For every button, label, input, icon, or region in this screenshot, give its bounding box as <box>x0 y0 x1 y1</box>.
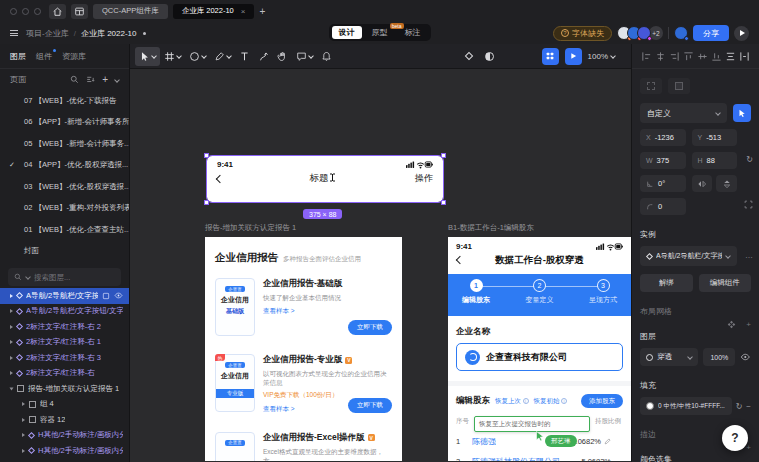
pen-tool[interactable] <box>210 47 235 66</box>
tab-components[interactable]: 组件 <box>36 51 52 62</box>
detach-style-icon[interactable] <box>736 402 743 411</box>
restore-last-link[interactable]: 恢复上次 <box>495 397 529 406</box>
eye-icon[interactable] <box>114 292 123 299</box>
flip-horizontal-button[interactable] <box>692 175 713 192</box>
sample-link[interactable]: 查看样本 > <box>263 405 295 414</box>
tab-component-library[interactable]: QCC-APP组件库 <box>93 4 168 19</box>
report-card[interactable]: 企查查 企业信用报告-Excel操作版 Excel格式直观呈现企业的主要维度数据… <box>205 432 402 461</box>
component-grid-button[interactable] <box>542 48 559 65</box>
artboard-label[interactable]: B1-数据工作台-1编辑股东 <box>448 223 534 233</box>
layer-item[interactable]: 2标注文字/红注释-右 3 <box>0 350 129 366</box>
align-center-vertical-icon[interactable] <box>697 51 708 62</box>
sample-link[interactable]: 查看样本 > <box>263 307 295 316</box>
layer-search-input[interactable] <box>34 273 100 282</box>
window-zoom-icon[interactable] <box>34 8 41 15</box>
create-component-icon[interactable] <box>465 52 473 60</box>
eye-icon[interactable] <box>740 353 751 361</box>
height-input[interactable]: H88 <box>692 152 738 169</box>
layer-item-group[interactable]: 组 4 <box>0 397 129 413</box>
canvas[interactable]: 9:41 标题 操作 375 × 88 <box>130 69 631 462</box>
distribute-horizontal-icon[interactable] <box>725 51 736 62</box>
chevron-down-icon[interactable] <box>308 53 314 59</box>
expand-icon[interactable] <box>10 371 13 375</box>
expand-icon[interactable] <box>10 309 13 313</box>
preview-button[interactable] <box>565 48 582 65</box>
self-avatar[interactable] <box>674 26 688 40</box>
width-input[interactable]: W375 <box>640 152 686 169</box>
mode-design[interactable]: 设计 <box>332 26 362 39</box>
constraints-toggle[interactable] <box>640 78 662 94</box>
drafts-button[interactable] <box>71 4 88 19</box>
chevron-down-icon[interactable] <box>201 53 207 59</box>
step[interactable]: 2 变量定义 <box>526 279 554 316</box>
help-button[interactable]: ? <box>722 425 748 451</box>
instance-select[interactable]: A导航/2导航栏/文字按钮/ <box>640 246 737 266</box>
corner-radius-input[interactable]: 0 <box>640 198 686 215</box>
page-item[interactable]: 07 【WEB】-优化-下载报告 <box>0 90 129 112</box>
component-swap-icon[interactable] <box>102 292 110 300</box>
search-icon[interactable] <box>70 75 79 84</box>
align-left-icon[interactable] <box>641 51 652 62</box>
expand-icon[interactable] <box>10 340 13 344</box>
add-shareholder-button[interactable]: 添加股东 <box>581 394 623 408</box>
expand-icon[interactable] <box>22 402 25 406</box>
expand-icon[interactable] <box>10 294 13 298</box>
present-button[interactable] <box>734 26 749 41</box>
page-item[interactable]: 02 【WEB】-重构-对外投资列表 <box>0 198 129 220</box>
breadcrumb-project[interactable]: 项目-企业库 <box>26 28 69 39</box>
share-button[interactable]: 分享 <box>693 25 729 41</box>
navbar-title[interactable]: 标题 <box>310 172 329 185</box>
report-card[interactable]: 热 企查查 企业信用 专业版 企业信用报告-专业版 以可视化图表方式呈现全方位的… <box>205 354 402 414</box>
window-close-icon[interactable] <box>10 8 17 15</box>
sort-icon[interactable] <box>86 75 95 84</box>
search-filter-chevron-icon[interactable] <box>25 274 31 280</box>
x-input[interactable]: X-1236 <box>640 129 686 146</box>
layer-item-container[interactable]: 容器 12 <box>0 412 129 428</box>
main-menu-button[interactable] <box>10 30 18 36</box>
report-artboard[interactable]: 企业信用报告 多种报告全面评估企业信用 企查查 企业信用 基础版 企业信用报告-… <box>205 237 402 461</box>
frame-preset-select[interactable]: 自定义 <box>640 103 727 123</box>
selection-handle[interactable] <box>441 153 446 158</box>
connector-tool[interactable] <box>254 47 273 66</box>
company-card[interactable]: 企查查科技有限公司 <box>456 343 623 371</box>
y-input[interactable]: Y-513 <box>692 129 738 146</box>
page-item[interactable]: 06 【APP】-新增-会计师事务所... <box>0 112 129 134</box>
mode-annotate[interactable]: 标注 <box>398 26 428 39</box>
fill-style-chip[interactable]: 0 中性/中性10-#FFFF... <box>640 397 732 415</box>
artboard-label[interactable]: 报告-增加关联方认定报告 1 <box>205 223 296 233</box>
styles-icon[interactable] <box>727 320 736 329</box>
shape-tool[interactable] <box>185 47 210 66</box>
chevron-down-icon[interactable] <box>151 53 157 59</box>
selection-handle[interactable] <box>204 153 209 158</box>
expand-icon[interactable] <box>22 418 25 422</box>
window-minimize-icon[interactable] <box>22 8 29 15</box>
fill-swatch[interactable] <box>646 402 654 410</box>
avatar[interactable] <box>637 26 651 40</box>
blend-mode-select[interactable]: 穿透 <box>640 348 698 366</box>
expand-icon[interactable] <box>22 433 25 437</box>
tab-resources[interactable]: 资源库 <box>62 51 86 62</box>
comment-tool[interactable] <box>292 47 317 66</box>
layer-item-selected[interactable]: A导航/2导航栏/文字按... <box>0 288 129 304</box>
frame-tool[interactable] <box>160 47 185 66</box>
tab-current-file[interactable]: 企业库 2022-10 <box>173 4 255 19</box>
shareholder-row[interactable]: 2 陈德强科技股份有限公司 5.0682% <box>456 456 623 461</box>
page-item[interactable]: 01 【WEB】-优化-企查查主站... <box>0 219 129 241</box>
mask-icon[interactable] <box>485 52 494 61</box>
page-item[interactable]: 03 【WEB】-优化-股权穿透报... <box>0 176 129 198</box>
shareholder-name[interactable]: 陈德强 <box>472 436 496 447</box>
align-center-horizontal-icon[interactable] <box>655 51 666 62</box>
workbench-artboard[interactable]: 9:41 数据工作台-股权穿透 1 编辑股东 2 <box>448 237 631 461</box>
align-top-icon[interactable] <box>683 51 694 62</box>
expand-icon[interactable] <box>22 449 25 453</box>
align-bottom-icon[interactable] <box>711 51 722 62</box>
independent-corners-icon[interactable] <box>744 200 753 211</box>
add-page-button[interactable] <box>102 74 108 85</box>
report-card[interactable]: 企查查 企业信用 基础版 企业信用报告-基础版 快速了解企业基本信用情况 查看样… <box>205 278 402 336</box>
page-item[interactable]: 05 【WEB】-新增-会计师事务... <box>0 133 129 155</box>
close-tab-icon[interactable] <box>241 7 246 16</box>
font-missing-warning[interactable]: 字体缺失 <box>553 26 612 41</box>
collapse-icon[interactable] <box>10 387 14 390</box>
edit-pencil-icon[interactable] <box>604 438 611 445</box>
step-current[interactable]: 1 编辑股东 <box>462 279 490 316</box>
